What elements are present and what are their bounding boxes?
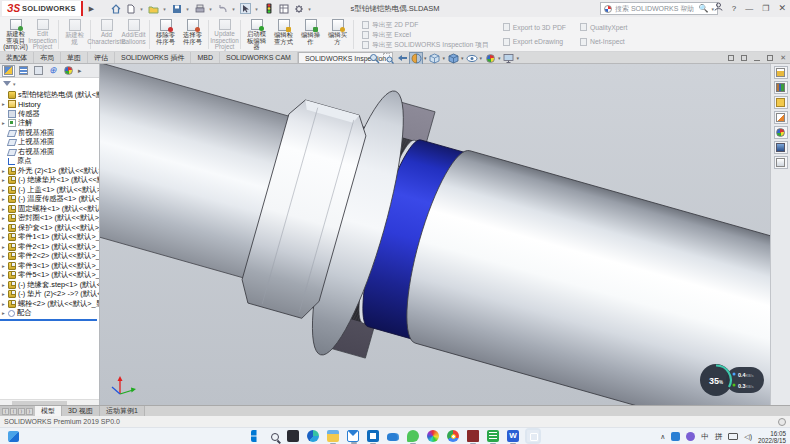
export-item[interactable]: Export to 3D PDF (503, 23, 566, 31)
ribbon-button[interactable]: 启动模板编辑器 (243, 18, 270, 51)
undo-caret[interactable]: ▾ (232, 6, 236, 12)
taskbar-app-icon[interactable] (367, 430, 379, 442)
new-caret[interactable]: ▾ (140, 6, 144, 12)
tree-item[interactable]: ▸ 零件2<1> (默认<<默认>_显示状 (0, 242, 99, 252)
minimize-button[interactable]: — (745, 2, 753, 15)
taskbar-app-icon[interactable] (487, 430, 499, 442)
taskbar-app-icon[interactable] (387, 433, 399, 441)
help-icon[interactable]: ? (732, 2, 736, 15)
doc-restore-icon[interactable] (767, 55, 773, 61)
home-icon[interactable] (110, 3, 121, 14)
options-caret[interactable]: ▾ (308, 6, 312, 12)
tree-item[interactable]: ▸ 外壳 (2)<1> (默认<<默认>_显示状 (0, 166, 99, 176)
export-item[interactable]: Export eDrawing (503, 38, 566, 46)
taskbar-app-icon[interactable] (251, 430, 263, 442)
export-item[interactable]: 导出至 Excel (362, 30, 489, 40)
tree-item[interactable]: ▸ (-) 绝缘套.step<1> (默认<<默认>_ (0, 280, 99, 290)
ribbon-button[interactable]: Add/EditBalloons (120, 18, 147, 51)
hide-show-items-icon[interactable] (466, 53, 478, 64)
taskbar-app-icon[interactable] (407, 430, 419, 442)
tree-item[interactable]: ▸ 密封圈<1> (默认<<默认>_显示状 (0, 214, 99, 224)
taskbar-app-icon[interactable] (447, 430, 459, 442)
tree-item[interactable]: 传感器 (0, 109, 99, 119)
export-item[interactable]: Net-Inspect (580, 38, 627, 46)
options-icon[interactable] (293, 3, 304, 14)
ribbon-tab[interactable]: 评估 (88, 52, 115, 63)
tree-item[interactable]: ▸ 零件2<2> (默认<<默认>_显示状态 (0, 252, 99, 262)
ribbon-tab[interactable]: SOLIDWORKS 插件 (115, 52, 191, 63)
view-orientation-icon[interactable] (429, 53, 441, 64)
open-icon[interactable] (148, 3, 159, 14)
tree-item[interactable]: ▸ 零件5<1> (默认<<默认>_显示状态 (0, 271, 99, 281)
tree-item[interactable]: ▸ 零件3<1> (默认<<默认>_显示状态 (0, 261, 99, 271)
zoom-area-icon[interactable] (382, 53, 394, 64)
taskbar-app-icon[interactable] (327, 430, 339, 442)
ribbon-button[interactable]: 编辑检查方式 (270, 18, 297, 51)
tree-item[interactable]: 前视基准面 (0, 128, 99, 138)
doc-tile-icon[interactable] (741, 55, 747, 61)
tab-nav-buttons[interactable]: ⟨ ⟨ ⟩ ⟩ (0, 406, 35, 416)
doc-close-icon[interactable]: ✕ (780, 54, 786, 62)
tree-item[interactable]: ▸ (-) 温度传感器<1> (默认<<默认>_ (0, 195, 99, 205)
ribbon-button[interactable]: 移除零件序号 (152, 18, 179, 51)
ribbon-tab[interactable]: 布局 (34, 52, 61, 63)
tree-item[interactable]: ▸ 注解 (0, 119, 99, 129)
tree-item[interactable]: ▸ 零件1<1> (默认<<默认>_显示状态 (0, 233, 99, 243)
help-search-box[interactable]: 搜索 SOLIDWORKS 帮助 🔍 ▾ (600, 2, 718, 15)
task-pane-file-explorer[interactable] (774, 96, 788, 109)
taskbar-app-icon[interactable] (467, 430, 479, 442)
tab-nav-first[interactable]: ⟨ (2, 408, 9, 415)
panel-tabs-overflow[interactable]: ▸ (78, 67, 82, 75)
doc-minimize-icon[interactable] (754, 60, 760, 61)
tree-item[interactable]: 原点 (0, 157, 99, 167)
tree-root[interactable]: s型铂铑铠热电偶 (默认<默认_显示状态-1>) (0, 90, 99, 100)
menu-expand-arrow[interactable]: ▶ (89, 5, 94, 13)
section-view-icon[interactable] (410, 53, 422, 64)
ribbon-button[interactable]: 编辑操作 (297, 18, 324, 51)
tree-item[interactable]: 右视基准面 (0, 147, 99, 157)
save-caret[interactable]: ▾ (186, 6, 190, 12)
ribbon-button[interactable]: AddCharacteristic (93, 18, 120, 51)
task-pane-view-palette[interactable] (774, 111, 788, 124)
ribbon-button[interactable]: 选择零件序号 (179, 18, 206, 51)
task-pane-custom-properties[interactable] (774, 156, 788, 169)
tree-item[interactable]: ▸ 固定螺栓<1> (默认<<默认>_显示 (0, 204, 99, 214)
rebuild-icon[interactable] (263, 3, 274, 14)
close-button[interactable]: ✕ (778, 2, 786, 15)
ime-mode[interactable]: 中 (701, 432, 709, 442)
tag-icon[interactable] (778, 418, 786, 426)
doc-cascade-icon[interactable] (728, 55, 734, 61)
display-style-caret[interactable]: ▾ (461, 55, 464, 61)
tab-nav-prev[interactable]: ⟨ (10, 408, 17, 415)
ribbon-button[interactable]: 新建检查项目(amp;词) (2, 18, 29, 51)
taskbar-app-icon[interactable] (271, 433, 279, 441)
appearance-caret[interactable]: ▾ (498, 55, 501, 61)
ribbon-button[interactable]: EditInspectionProject (29, 18, 56, 51)
rollback-bar[interactable] (0, 319, 97, 321)
tree-item[interactable]: 上视基准面 (0, 138, 99, 148)
ribbon-tab[interactable]: MBD (191, 52, 220, 63)
open-caret[interactable]: ▾ (163, 6, 167, 12)
edit-appearance-icon[interactable] (484, 53, 496, 64)
model-tab[interactable]: 3D 视图 (62, 406, 100, 416)
tab-propertymanager[interactable] (17, 65, 30, 77)
ribbon-tab[interactable]: 草图 (61, 52, 88, 63)
clock[interactable]: 16:05 2022/8/15 (758, 430, 786, 444)
export-item[interactable]: 导出至 SOLIDWORKS Inspection 项目 (362, 40, 489, 50)
volume-icon[interactable]: ◁) (744, 433, 752, 441)
search-icon[interactable]: 🔍 (699, 4, 709, 13)
file-properties-icon[interactable] (278, 3, 289, 14)
tab-nav-next[interactable]: ⟩ (18, 408, 25, 415)
ribbon-button[interactable]: 编辑买方 (324, 18, 351, 51)
ime-layout[interactable]: 拼 (715, 432, 723, 442)
taskbar-app-icon[interactable] (287, 430, 299, 442)
tree-item[interactable]: ▸ (-) 绝缘垫片<1> (默认<<默认>_显 (0, 176, 99, 186)
ribbon-button[interactable]: UpdateInspectionProject (211, 18, 238, 51)
tray-app2-icon[interactable] (686, 432, 695, 441)
tab-dimxpertmanager[interactable]: ⊕ (47, 65, 60, 77)
taskbar-app-icon[interactable] (427, 430, 439, 442)
task-pane-appearances[interactable] (774, 126, 788, 139)
zoom-fit-icon[interactable] (368, 53, 380, 64)
touch-keyboard-icon[interactable] (728, 433, 738, 440)
viewport-3d[interactable]: 35% 0.4KB/s 0.3KB/s (100, 64, 770, 405)
